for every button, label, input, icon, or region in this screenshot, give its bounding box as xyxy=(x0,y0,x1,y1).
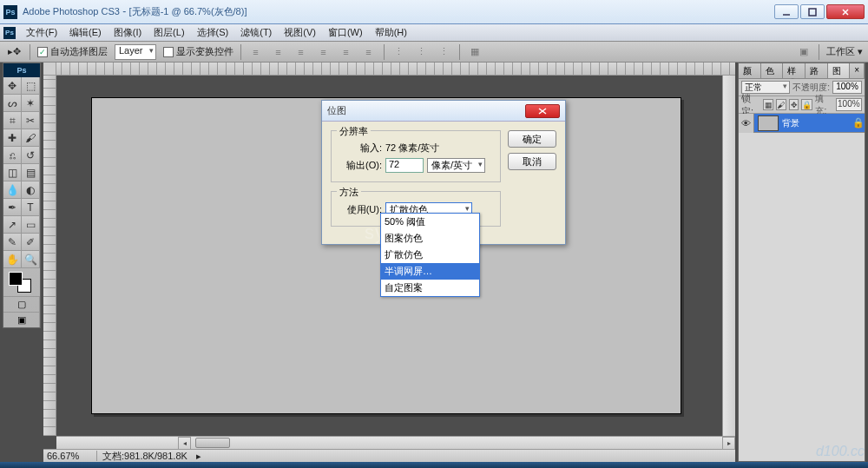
pen-tool[interactable]: ✒ xyxy=(3,199,22,216)
ok-button[interactable]: 确定 xyxy=(508,130,556,148)
wand-tool[interactable]: ✶ xyxy=(22,95,40,112)
status-bar: 66.67% 文档:981.8K/981.8K ▸ xyxy=(43,449,735,462)
ruler-horizontal[interactable] xyxy=(43,63,735,76)
dropdown-option[interactable]: 自定图案 xyxy=(381,280,479,296)
stamp-tool[interactable]: ⎌ xyxy=(3,147,22,164)
blur-tool[interactable]: 💧 xyxy=(3,181,22,199)
ps-small-icon: Ps xyxy=(3,27,16,39)
dropdown-option[interactable]: 扩散仿色 xyxy=(381,247,479,263)
panel-tabs: 颜色 色板 样式 路径 图层 × xyxy=(739,63,865,79)
ps-logo-icon: Ps xyxy=(3,63,40,77)
lock-move-icon[interactable]: ✥ xyxy=(789,99,799,110)
zoom-level[interactable]: 66.67% xyxy=(43,451,97,461)
path-tool[interactable]: ↗ xyxy=(3,216,22,234)
lock-paint-icon[interactable]: 🖌 xyxy=(776,99,786,110)
color-swatches[interactable] xyxy=(3,268,40,296)
menu-file[interactable]: 文件(F) xyxy=(21,24,62,41)
ruler-vertical[interactable] xyxy=(43,76,56,436)
fill-input[interactable]: 100% xyxy=(836,98,862,111)
hand-tool[interactable]: ✋ xyxy=(3,251,22,268)
photoshop-icon: Ps xyxy=(3,5,17,19)
method-legend: 方法 xyxy=(337,186,361,199)
lasso-tool[interactable]: ᔕ xyxy=(3,95,22,112)
maximize-button[interactable] xyxy=(800,4,825,19)
use-method-dropdown[interactable]: 50% 阈值 图案仿色 扩散仿色 半调网屏… 自定图案 xyxy=(380,213,480,297)
menu-image[interactable]: 图像(I) xyxy=(108,24,147,41)
scroll-thumb[interactable] xyxy=(195,438,230,448)
heal-tool[interactable]: ✚ xyxy=(3,129,22,147)
slice-tool[interactable]: ✂ xyxy=(22,112,40,129)
tab-layers[interactable]: 图层 xyxy=(828,63,851,78)
tab-styles[interactable]: 样式 xyxy=(783,63,806,78)
dropdown-option[interactable]: 50% 阈值 xyxy=(381,214,479,230)
align-icon[interactable]: ≡ xyxy=(361,44,377,60)
menu-window[interactable]: 窗口(W) xyxy=(323,24,368,41)
quick-mask-toggle[interactable]: ▢ xyxy=(3,296,40,312)
zoom-tool[interactable]: 🔍 xyxy=(22,251,40,268)
dialog-close-button[interactable] xyxy=(525,104,560,118)
brush-tool[interactable]: 🖌 xyxy=(22,129,40,147)
scrollbar-vertical[interactable] xyxy=(722,76,735,436)
lock-transparent-icon[interactable]: ▦ xyxy=(763,99,773,110)
menubar: Ps 文件(F) 编辑(E) 图像(I) 图层(L) 选择(S) 滤镜(T) 视… xyxy=(0,24,868,42)
menu-view[interactable]: 视图(V) xyxy=(279,24,321,41)
tab-color[interactable]: 颜色 xyxy=(739,63,761,78)
align-icon[interactable]: ≡ xyxy=(293,44,309,60)
auto-select-checkbox[interactable]: ✓自动选择图层 xyxy=(37,45,108,58)
menu-edit[interactable]: 编辑(E) xyxy=(64,24,107,41)
gradient-tool[interactable]: ▤ xyxy=(22,164,40,181)
scroll-left-icon[interactable]: ◂ xyxy=(178,437,191,450)
screen-mode-toggle[interactable]: ▣ xyxy=(3,312,40,327)
eyedropper-tool[interactable]: ✐ xyxy=(22,234,40,251)
file-size[interactable]: 文档:981.8K/981.8K xyxy=(97,450,193,463)
show-transform-checkbox[interactable]: 显示变换控件 xyxy=(163,45,233,58)
dropdown-option[interactable]: 图案仿色 xyxy=(381,230,479,247)
notes-tool[interactable]: ✎ xyxy=(3,234,22,251)
move-tool[interactable]: ✥ xyxy=(3,77,22,95)
type-tool[interactable]: T xyxy=(22,199,40,216)
cancel-button[interactable]: 取消 xyxy=(508,153,556,170)
close-button[interactable] xyxy=(826,4,865,19)
menu-filter[interactable]: 滤镜(T) xyxy=(235,24,277,41)
eraser-tool[interactable]: ◫ xyxy=(3,164,22,181)
blend-mode-select[interactable]: 正常 xyxy=(741,81,790,94)
visibility-icon[interactable]: 👁 xyxy=(739,114,754,133)
menu-help[interactable]: 帮助(H) xyxy=(370,24,412,41)
dropdown-option[interactable]: 半调网屏… xyxy=(381,263,479,280)
distribute-icon[interactable]: ⋮ xyxy=(437,44,452,60)
arrange-icon[interactable]: ▦ xyxy=(467,44,483,60)
lock-icon: 🔒 xyxy=(852,117,865,129)
dialog-titlebar[interactable]: 位图 xyxy=(322,101,565,122)
output-input[interactable]: 72 xyxy=(385,158,424,173)
tab-paths[interactable]: 路径 xyxy=(806,63,828,78)
align-icon[interactable]: ≡ xyxy=(248,44,264,60)
menu-layer[interactable]: 图层(L) xyxy=(148,24,189,41)
crop-tool[interactable]: ⌗ xyxy=(3,112,22,129)
tab-close-icon[interactable]: × xyxy=(850,63,865,78)
layer-thumb[interactable] xyxy=(758,115,779,131)
scrollbar-horizontal[interactable]: ◂ ▸ xyxy=(56,436,735,449)
layer-row[interactable]: 👁 背景 🔒 xyxy=(739,114,865,133)
toolbox: Ps ✥⬚ ᔕ✶ ⌗✂ ✚🖌 ⎌↺ ◫▤ 💧◐ ✒T ↗▭ ✎✐ ✋🔍 ▢ ▣ xyxy=(3,63,41,328)
align-icon[interactable]: ≡ xyxy=(316,44,332,60)
workspace-dropdown[interactable]: 工作区 ▾ xyxy=(826,45,863,58)
distribute-icon[interactable]: ⋮ xyxy=(414,44,430,60)
dodge-tool[interactable]: ◐ xyxy=(22,181,40,199)
auto-select-target[interactable]: Layer xyxy=(115,44,156,60)
distribute-icon[interactable]: ⋮ xyxy=(391,44,407,60)
go-bridge-icon[interactable]: ▣ xyxy=(796,44,812,60)
lock-all-icon[interactable]: 🔒 xyxy=(801,99,812,110)
opacity-input[interactable]: 100% xyxy=(832,81,862,94)
shape-tool[interactable]: ▭ xyxy=(22,216,40,234)
scroll-right-icon[interactable]: ▸ xyxy=(722,437,735,450)
move-tool-icon[interactable]: ▸✥ xyxy=(5,45,23,59)
minimize-button[interactable] xyxy=(774,4,799,19)
tab-swatches[interactable]: 色板 xyxy=(761,63,784,78)
layer-name[interactable]: 背景 xyxy=(782,117,852,129)
output-unit-select[interactable]: 像素/英寸 xyxy=(427,158,485,173)
marquee-tool[interactable]: ⬚ xyxy=(22,77,40,95)
menu-select[interactable]: 选择(S) xyxy=(192,24,234,41)
align-icon[interactable]: ≡ xyxy=(339,44,354,60)
history-tool[interactable]: ↺ xyxy=(22,147,40,164)
align-icon[interactable]: ≡ xyxy=(271,44,286,60)
